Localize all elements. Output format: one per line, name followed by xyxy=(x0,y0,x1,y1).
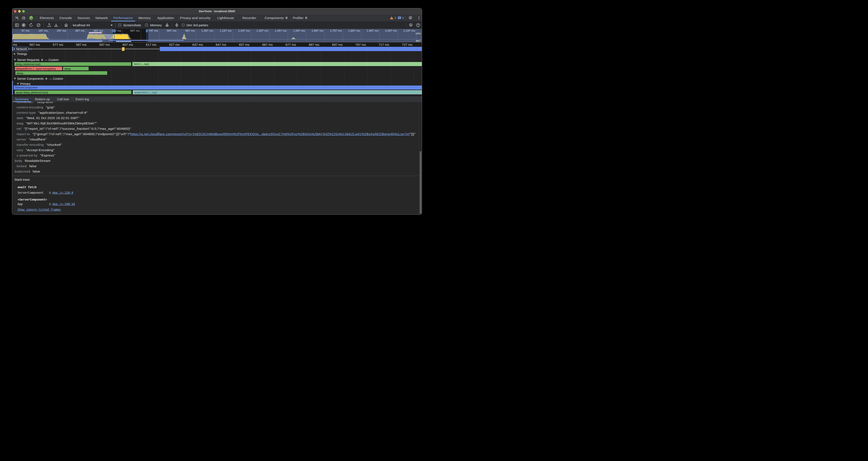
screenshots-checkbox[interactable] xyxy=(118,24,121,27)
tab-profiler[interactable]: Profiler xyxy=(290,14,311,21)
tab-network[interactable]: Network xyxy=(93,14,111,21)
clear-icon[interactable] xyxy=(36,23,40,27)
reload-icon[interactable] xyxy=(29,23,33,27)
scrollbar-gutter-line xyxy=(419,102,419,214)
network-highlight-marker[interactable] xyxy=(122,47,125,51)
overview-layer-dimmed: 97 ms197 ms297 ms397 ms497 ms597 ms697 m… xyxy=(12,29,422,42)
download-icon[interactable] xyxy=(54,23,58,27)
flame-event[interactable]: delay xyxy=(15,71,107,75)
ruler-tick-label: 617 ms xyxy=(146,42,158,47)
devtools-tabbar: ElementsConsoleSourcesNetworkPerformance… xyxy=(12,14,422,21)
overview-tick-label: 1,497 ms xyxy=(275,29,287,32)
summary-row: report-to"{\"group\":\"cf-nel\",\"max_ag… xyxy=(12,131,422,137)
header-value: "gzip" xyxy=(46,106,55,109)
details-tab-label: Summary xyxy=(15,97,29,101)
selection-left-handle[interactable] xyxy=(114,29,116,33)
tab-recorder[interactable]: Recorder xyxy=(240,14,259,21)
header-key: report-to xyxy=(17,132,30,136)
network-queueing-tick xyxy=(30,48,31,50)
memory-checkbox[interactable] xyxy=(145,24,148,27)
tab-label: Performance xyxy=(114,14,133,21)
stack-frame-source-link[interactable]: App.js:190:16 xyxy=(52,202,75,206)
settings-gear-icon[interactable] xyxy=(408,16,412,20)
node-icon[interactable] xyxy=(29,16,33,20)
ruler-tick-label: 627 ms xyxy=(169,42,181,47)
trace-start-marker xyxy=(13,34,13,39)
warning-icon xyxy=(390,16,394,20)
tab-privacy-and-security[interactable]: Privacy and security xyxy=(177,14,213,21)
dim-3rd-parties-checkbox[interactable] xyxy=(182,24,185,27)
toolbar-separator xyxy=(44,23,44,27)
compress-icon[interactable] xyxy=(175,23,179,27)
server-requests-track-header[interactable]: Server Requests — Custom xyxy=(14,58,59,62)
tab-application[interactable]: Application xyxy=(155,14,177,21)
flame-event[interactable]: delayedError (...ayed exception) xyxy=(15,66,63,70)
dim-3rd-parties-label: Dim 3rd parties xyxy=(186,21,208,29)
details-tab-bottom-up[interactable]: Bottom-up xyxy=(32,96,53,102)
tab-elements[interactable]: Elements xyxy=(37,14,57,21)
flame-event-label: ServerComponent xyxy=(15,86,38,89)
selection-right-handle[interactable] xyxy=(146,29,148,33)
tabbar-separator-right xyxy=(405,16,406,20)
ruler-tick-label: 577 ms xyxy=(53,42,65,47)
ruler-tick-label: 677 ms xyxy=(285,42,298,47)
overview-network-bar xyxy=(116,41,131,42)
upload-icon[interactable] xyxy=(47,23,51,27)
overview-tick-label: 1,197 ms xyxy=(220,29,231,32)
timings-track-header[interactable]: Timings xyxy=(14,52,27,56)
primary-subtrack-header[interactable]: Primary xyxy=(17,82,31,86)
details-tab-call-tree[interactable]: Call tree xyxy=(54,96,72,102)
tab-memory[interactable]: Memory xyxy=(135,14,153,21)
timeline-overview[interactable]: 97 ms197 ms297 ms397 ms497 ms597 ms697 m… xyxy=(12,29,422,42)
history-dropdown-icon[interactable] xyxy=(111,25,113,26)
flame-event[interactable]: delay (deferred text) xyxy=(14,62,131,66)
details-tab-label: Event log xyxy=(75,97,89,101)
inspect-icon[interactable] xyxy=(15,16,19,20)
stack-frame-function: App xyxy=(18,202,49,206)
collect-garbage-icon[interactable] xyxy=(165,23,169,27)
flame-event[interactable]: delay xyxy=(63,66,89,70)
header-value: "Accept-Encoding" xyxy=(26,148,55,152)
home-icon[interactable] xyxy=(64,23,68,27)
capture-settings-gear-icon[interactable] xyxy=(409,23,413,27)
messages-status[interactable]: 1 xyxy=(398,14,404,21)
flame-event[interactable]: fetch (.../api) xyxy=(132,62,422,66)
kebab-menu-icon[interactable] xyxy=(417,16,421,20)
header-key: etag xyxy=(17,121,24,125)
ruler-tick-label: 697 ms xyxy=(332,42,344,47)
toggle-sidebar-icon[interactable] xyxy=(15,23,19,27)
show-ignore-listed-frames-link[interactable]: Show ignore-listed frames xyxy=(18,207,75,212)
flame-event[interactable]: await fetch (.../api) xyxy=(133,90,422,94)
flame-ruler: ms567 ms577 ms587 ms597 ms607 ms617 ms62… xyxy=(12,42,422,47)
flame-event[interactable]: ServerComponent xyxy=(14,86,422,90)
tab-sources[interactable]: Sources xyxy=(75,14,93,21)
atom-icon xyxy=(45,78,48,80)
record-icon[interactable] xyxy=(22,23,26,27)
details-tab-summary[interactable]: Summary xyxy=(12,96,32,102)
issues-status[interactable]: 1 xyxy=(390,14,396,21)
stack-frame-source-link[interactable]: App.js:128:9 xyxy=(52,191,73,195)
tab-console[interactable]: Console xyxy=(57,14,74,21)
network-track-header[interactable]: Network xyxy=(13,47,28,51)
server-components-track-header[interactable]: Server Components — Custom xyxy=(14,77,63,81)
flame-event[interactable]: await delay (deferred text) xyxy=(14,90,131,94)
summary-row: bodyReadableStream xyxy=(12,158,422,163)
cpu-baseline xyxy=(12,39,422,39)
history-selector[interactable]: localhost #4 xyxy=(73,21,90,29)
summary-row: transfer-encoding"chunked" xyxy=(12,142,422,147)
overview-tick-label: 397 ms xyxy=(75,29,85,32)
report-to-link[interactable]: https://a.nel.cloudflare.com/report/v4?s… xyxy=(130,132,410,136)
details-tab-event-log[interactable]: Event log xyxy=(73,96,92,102)
header-value: "{\"report_to\":\"cf-nel\",\"success_fra… xyxy=(24,127,131,131)
tab-lighthouse[interactable]: Lighthouse xyxy=(215,14,237,21)
details-scrollbar[interactable] xyxy=(420,151,422,214)
summary-row: vary"Accept-Encoding" xyxy=(12,147,422,153)
track-name: Server Components xyxy=(17,77,44,80)
help-icon[interactable] xyxy=(416,23,420,27)
network-response-bar[interactable] xyxy=(160,47,422,51)
tab-performance[interactable]: Performance xyxy=(111,14,135,21)
header-key: content-type xyxy=(17,111,36,114)
device-toolbar-icon[interactable] xyxy=(22,16,26,20)
stack-trace-title: Stack trace xyxy=(14,178,30,181)
tab-components[interactable]: Components xyxy=(262,14,291,21)
